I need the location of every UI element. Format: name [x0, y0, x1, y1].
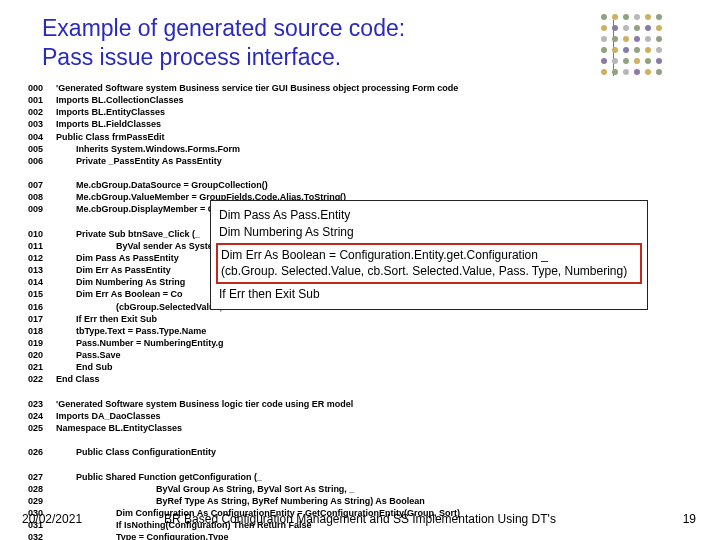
code-011: ByVal sender As System.O	[56, 241, 230, 251]
slide-title: Example of generated source code: Pass i…	[42, 14, 405, 72]
code-016: (cbGroup.SelectedValue, cb	[56, 302, 235, 312]
code-022: End Class	[56, 374, 100, 384]
code-017: If Err then Exit Sub	[56, 314, 157, 324]
title-line2: Pass issue process interface.	[42, 44, 341, 70]
code-019: Pass.Number = NumberingEntity.g	[56, 338, 224, 348]
code-007: Me.cbGroup.DataSource = GroupCollection(…	[56, 180, 268, 190]
footer-page-number: 19	[683, 512, 696, 526]
callout-line-3: Dim Err As Boolean = Configuration.Entit…	[221, 247, 637, 264]
decorative-dots	[601, 14, 664, 77]
code-004: Public Class frmPassEdit	[56, 132, 165, 142]
code-002: Imports BL.EntityClasses	[56, 107, 165, 117]
code-018: tbType.Text = Pass.Type.Name	[56, 326, 206, 336]
title-line1: Example of generated source code:	[42, 15, 405, 41]
callout-line-4: (cb.Group. Selected.Value, cb.Sort. Sele…	[221, 263, 637, 280]
code-010: Private Sub btnSave_Click (_	[56, 229, 200, 239]
code-003: Imports BL.FieldClasses	[56, 119, 161, 129]
code-015: Dim Err As Boolean = Co	[56, 289, 182, 299]
code-001: Imports BL.CollectionClasses	[56, 95, 184, 105]
callout-highlight: Dim Err As Boolean = Configuration.Entit…	[216, 243, 642, 285]
code-000: 'Generated Software system Business serv…	[56, 83, 458, 93]
code-callout-box: Dim Pass As Pass.Entity Dim Numbering As…	[210, 200, 648, 310]
code-029: ByRef Type As String, ByRef Numbering As…	[56, 496, 425, 506]
code-027: Public Shared Function getConfiguration …	[56, 472, 262, 482]
code-020: Pass.Save	[56, 350, 121, 360]
code-014: Dim Numbering As String	[56, 277, 185, 287]
code-021: End Sub	[56, 362, 113, 372]
footer-title: BR Based Configuration Management and SS…	[0, 512, 720, 526]
callout-line-5: If Err then Exit Sub	[219, 286, 639, 303]
code-024: Imports DA_DaoClasses	[56, 411, 161, 421]
callout-line-2: Dim Numbering As String	[219, 224, 639, 241]
code-025: Namespace BL.EntityClasses	[56, 423, 182, 433]
source-code-listing: 000'Generated Software system Business s…	[28, 82, 460, 540]
code-005: Inherits System.Windows.Forms.Form	[56, 144, 240, 154]
code-012: Dim Pass As PassEntity	[56, 253, 179, 263]
code-026: Public Class ConfigurationEntity	[56, 447, 216, 457]
code-013: Dim Err As PassEntity	[56, 265, 171, 275]
callout-line-1: Dim Pass As Pass.Entity	[219, 207, 639, 224]
code-006: Private _PassEntity As PassEntity	[56, 156, 222, 166]
code-023: 'Generated Software system Business logi…	[56, 399, 353, 409]
code-028: ByVal Group As String, ByVal Sort As Str…	[56, 484, 354, 494]
code-032: Type = Configuration.Type	[56, 532, 228, 540]
